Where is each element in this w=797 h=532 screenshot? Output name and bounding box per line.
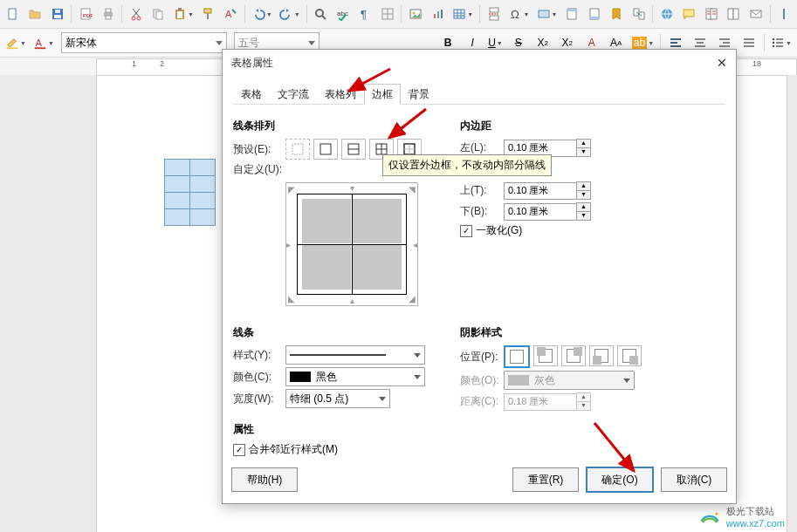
- insert-table-button[interactable]: ▼: [450, 3, 476, 25]
- font-family-select[interactable]: 新宋体: [61, 32, 227, 53]
- merge-adjacent-checkbox[interactable]: ✓: [233, 444, 245, 456]
- ruler-tick: 18: [752, 59, 761, 68]
- spin-down-icon[interactable]: ▼: [576, 190, 591, 200]
- insert-hyperlink-button[interactable]: [656, 3, 677, 25]
- find-button[interactable]: [311, 3, 331, 25]
- formatting-marks-button[interactable]: ¶: [355, 3, 375, 25]
- spin-up-icon[interactable]: ▲: [576, 202, 591, 211]
- insert-pagebreak-button[interactable]: [484, 3, 504, 25]
- svg-point-9: [132, 17, 135, 20]
- font-size-value: 五号: [238, 36, 259, 51]
- insert-crossref-button[interactable]: [629, 3, 649, 25]
- pad-top-value[interactable]: [504, 182, 577, 200]
- svg-text:PDF: PDF: [83, 13, 93, 18]
- shadow-dist-value: [504, 393, 577, 411]
- shadow-bottom-right[interactable]: [617, 345, 642, 366]
- copy-button[interactable]: [148, 3, 168, 25]
- open-button[interactable]: [24, 3, 45, 25]
- line-color-select[interactable]: 黑色: [285, 367, 425, 386]
- pad-top-input[interactable]: ▲▼: [504, 181, 591, 200]
- shadow-none[interactable]: [504, 345, 530, 368]
- sync-checkbox[interactable]: ✓: [460, 225, 472, 237]
- new-doc-button[interactable]: [3, 3, 23, 25]
- spin-down-icon[interactable]: ▼: [576, 211, 591, 221]
- reset-button[interactable]: 重置(R): [512, 467, 579, 492]
- line-width-select[interactable]: 特细 (0.5 点): [285, 389, 390, 408]
- spin-down-icon[interactable]: ▼: [576, 147, 591, 157]
- pad-top-label: 上(T):: [460, 183, 504, 198]
- sample-table[interactable]: [164, 159, 216, 226]
- svg-rect-29: [490, 8, 498, 12]
- preset-box[interactable]: [313, 139, 338, 160]
- shadow-top-right[interactable]: [561, 345, 586, 366]
- redo-button[interactable]: ▼: [277, 3, 303, 25]
- color-label: 颜色(C):: [233, 370, 285, 385]
- tab-border[interactable]: 边框: [364, 84, 401, 105]
- track-changes-button[interactable]: [701, 3, 721, 25]
- border-diagram[interactable]: ◤ ◥ ◣ ◢ ▾ ▴ ▸ ◂: [285, 182, 418, 306]
- svg-rect-3: [55, 10, 60, 13]
- font-color-button[interactable]: A▼: [31, 31, 57, 54]
- clear-formatting-button[interactable]: A: [220, 3, 240, 25]
- svg-text:Ω: Ω: [511, 8, 519, 21]
- section-label: 内边距: [460, 119, 687, 133]
- shadow-color-label: 颜色(O):: [460, 373, 504, 388]
- insert-field-button[interactable]: ▼: [534, 3, 560, 25]
- close-icon[interactable]: ✕: [717, 56, 727, 70]
- vertical-line-button[interactable]: [773, 3, 794, 25]
- svg-rect-14: [177, 11, 182, 18]
- clone-formatting-button[interactable]: [198, 3, 218, 25]
- save-button[interactable]: [47, 3, 67, 25]
- dialog-tabs: 表格 文字流 表格列 边框 背景: [233, 83, 725, 105]
- svg-rect-44: [733, 9, 739, 19]
- dropdown-caret-icon: [308, 41, 315, 45]
- undo-button[interactable]: ▼: [249, 3, 275, 25]
- insert-comment-button[interactable]: [679, 3, 699, 25]
- svg-rect-46: [783, 9, 785, 19]
- line-width-value: 特细 (0.5 点): [290, 392, 348, 406]
- paste-button[interactable]: ▼: [170, 3, 196, 25]
- shadow-top-left[interactable]: [533, 345, 558, 366]
- watermark-site-url: www.xz7.com: [726, 518, 785, 529]
- line-style-select[interactable]: [285, 345, 425, 365]
- help-button[interactable]: 帮助(H): [231, 467, 298, 492]
- insert-symbol-button[interactable]: Ω▼: [506, 3, 532, 25]
- width-label: 宽度(W):: [233, 392, 285, 406]
- print-button[interactable]: [98, 3, 118, 25]
- highlight-color-button[interactable]: ▼: [3, 31, 29, 54]
- svg-rect-47: [7, 47, 17, 49]
- ok-button[interactable]: 确定(O): [586, 467, 654, 493]
- insert-chart-button[interactable]: [428, 3, 448, 25]
- tab-table[interactable]: 表格: [233, 84, 270, 105]
- insert-header-button[interactable]: [561, 3, 581, 25]
- preset-none[interactable]: [285, 139, 310, 160]
- pad-bottom-value[interactable]: [504, 203, 577, 221]
- bullet-list-button[interactable]: ▼: [768, 31, 794, 54]
- spellcheck-button[interactable]: abc: [333, 3, 353, 25]
- insert-bookmark-button[interactable]: [606, 3, 626, 25]
- spin-up-icon[interactable]: ▲: [576, 139, 591, 147]
- paste-dropdown-caret[interactable]: ▼: [188, 11, 194, 17]
- tab-columns[interactable]: 表格列: [317, 84, 364, 105]
- watermark-logo-icon: [698, 508, 721, 527]
- cut-button[interactable]: [126, 3, 146, 25]
- tab-textflow[interactable]: 文字流: [270, 84, 317, 105]
- compare-docs-button[interactable]: [724, 3, 744, 25]
- preset-horizontal[interactable]: [341, 139, 366, 160]
- svg-rect-7: [106, 9, 111, 12]
- section-label: 阴影样式: [460, 325, 687, 340]
- insert-image-button[interactable]: [405, 3, 425, 25]
- tab-background[interactable]: 背景: [401, 84, 437, 105]
- insert-footnote-button[interactable]: [584, 3, 604, 25]
- cancel-button[interactable]: 取消(C): [661, 467, 727, 492]
- mail-merge-button[interactable]: [745, 3, 766, 25]
- align-justify-button[interactable]: [738, 31, 760, 54]
- shadow-bottom-left[interactable]: [589, 345, 614, 366]
- merge-adjacent-label: 合并邻近行样式(M): [249, 442, 338, 457]
- svg-rect-49: [35, 47, 45, 49]
- gridlines-toggle[interactable]: [377, 3, 397, 25]
- spin-up-icon[interactable]: ▲: [576, 181, 591, 190]
- pad-bottom-input[interactable]: ▲▼: [504, 202, 591, 221]
- export-pdf-button[interactable]: PDF: [75, 3, 95, 25]
- svg-rect-32: [539, 10, 549, 17]
